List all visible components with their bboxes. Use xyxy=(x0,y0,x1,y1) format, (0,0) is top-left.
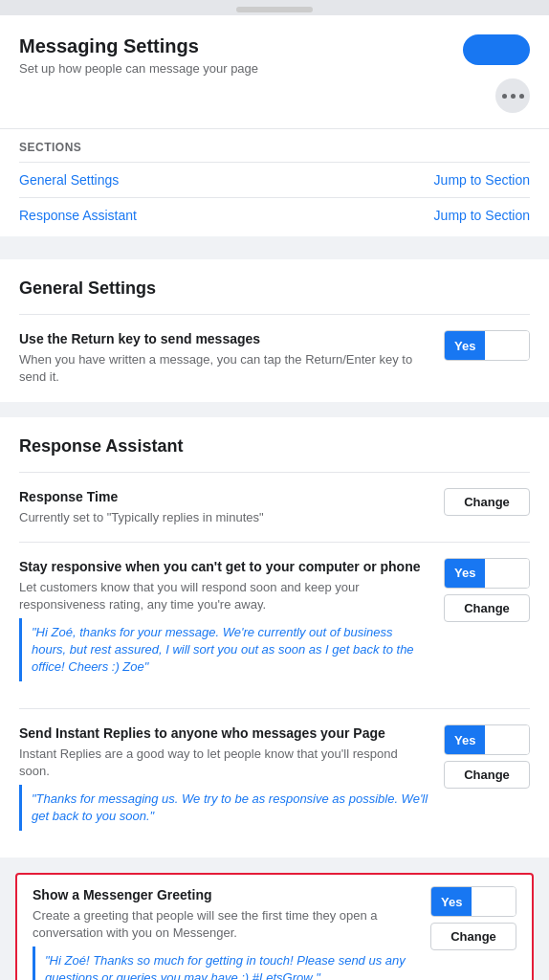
stay-responsive-quote-block: "Hi Zoé, thanks for your message. We're … xyxy=(19,618,428,682)
instant-replies-desc: Instant Replies are a good way to let pe… xyxy=(19,746,428,780)
instant-replies-text: Send Instant Replies to anyone who messa… xyxy=(19,724,444,842)
messenger-greeting-label: Show a Messenger Greeting xyxy=(33,886,415,903)
section-link-general[interactable]: General Settings Jump to Section xyxy=(19,162,530,197)
messenger-greeting-yes-label[interactable]: Yes xyxy=(431,887,472,916)
response-time-text: Response Time Currently set to "Typicall… xyxy=(19,488,444,526)
general-settings-group: General Settings Use the Return key to s… xyxy=(0,259,549,402)
instant-replies-no-area[interactable] xyxy=(485,725,529,754)
instant-replies-quote: "Thanks for messaging us. We try to be a… xyxy=(32,791,428,825)
page-container: Messaging Settings Set up how people can… xyxy=(0,0,549,980)
return-key-label: Use the Return key to send messages xyxy=(19,330,428,347)
yes-inactive-area[interactable] xyxy=(485,331,529,360)
dots-icon xyxy=(502,94,524,99)
general-settings-title: General Settings xyxy=(19,278,530,299)
page-subtitle: Set up how people can message your page xyxy=(19,61,258,76)
more-options-button[interactable] xyxy=(495,78,530,113)
response-assistant-link[interactable]: Response Assistant xyxy=(19,208,137,223)
messenger-greeting-text: Show a Messenger Greeting Create a greet… xyxy=(33,886,430,980)
response-time-row: Response Time Currently set to "Typicall… xyxy=(19,472,530,542)
response-assistant-group: Response Assistant Response Time Current… xyxy=(0,417,549,858)
header-text: Messaging Settings Set up how people can… xyxy=(19,34,258,76)
return-key-text: Use the Return key to send messages When… xyxy=(19,330,444,387)
stay-responsive-label: Stay responsive when you can't get to yo… xyxy=(19,558,428,575)
instant-replies-label: Send Instant Replies to anyone who messa… xyxy=(19,724,428,742)
yes-active-label[interactable]: Yes xyxy=(445,331,485,360)
stay-responsive-yes-label[interactable]: Yes xyxy=(445,559,485,588)
stay-responsive-no-area[interactable] xyxy=(485,559,529,588)
section-link-response[interactable]: Response Assistant Jump to Section xyxy=(19,197,530,233)
return-key-yes-toggle[interactable]: Yes xyxy=(444,330,530,361)
main-toggle-button[interactable] xyxy=(463,34,530,65)
general-settings-jump[interactable]: Jump to Section xyxy=(434,172,530,188)
return-key-setting-row: Use the Return key to send messages When… xyxy=(19,314,530,402)
response-time-desc: Currently set to "Typically replies in m… xyxy=(19,509,428,526)
messenger-greeting-actions: Yes Change xyxy=(430,886,516,950)
general-settings-link[interactable]: General Settings xyxy=(19,172,119,188)
spacer-1 xyxy=(0,244,549,252)
instant-replies-yes-label[interactable]: Yes xyxy=(445,725,485,754)
stay-responsive-yes-toggle[interactable]: Yes xyxy=(444,558,530,589)
return-key-actions: Yes xyxy=(444,330,530,361)
sections-title: Sections xyxy=(19,141,530,154)
messenger-greeting-quote: "Hi Zoé! Thanks so much for getting in t… xyxy=(45,952,415,980)
stay-responsive-actions: Yes Change xyxy=(444,558,530,622)
response-assistant-jump[interactable]: Jump to Section xyxy=(434,208,530,223)
page-title: Messaging Settings xyxy=(19,34,258,57)
header-right xyxy=(463,34,530,113)
spacer-4 xyxy=(0,410,549,417)
spacer-3 xyxy=(0,402,549,410)
header-section: Messaging Settings Set up how people can… xyxy=(0,15,549,129)
stay-responsive-text: Stay responsive when you can't get to yo… xyxy=(19,558,444,693)
response-assistant-title: Response Assistant xyxy=(19,436,530,457)
messenger-greeting-change-button[interactable]: Change xyxy=(430,923,516,950)
messenger-greeting-yes-toggle[interactable]: Yes xyxy=(430,886,516,917)
sections-container: Sections General Settings Jump to Sectio… xyxy=(0,129,549,244)
handle-bar xyxy=(236,7,313,12)
stay-responsive-change-button[interactable]: Change xyxy=(444,594,530,622)
response-time-change-button[interactable]: Change xyxy=(444,488,530,516)
stay-responsive-row: Stay responsive when you can't get to yo… xyxy=(19,542,530,708)
instant-replies-yes-toggle[interactable]: Yes xyxy=(444,724,530,755)
messenger-greeting-no-area[interactable] xyxy=(472,887,516,916)
messenger-greeting-row: Show a Messenger Greeting Create a greet… xyxy=(33,886,516,980)
instant-replies-actions: Yes Change xyxy=(444,724,530,789)
response-time-actions: Change xyxy=(444,488,530,516)
stay-responsive-desc: Let customers know that you will respond… xyxy=(19,579,428,613)
instant-replies-change-button[interactable]: Change xyxy=(444,761,530,789)
messenger-greeting-quote-block: "Hi Zoé! Thanks so much for getting in t… xyxy=(33,947,415,980)
spacer-2 xyxy=(0,252,549,259)
stay-responsive-quote: "Hi Zoé, thanks for your message. We're … xyxy=(32,624,428,677)
return-key-desc: When you have written a message, you can… xyxy=(19,351,428,386)
instant-replies-quote-block: "Thanks for messaging us. We try to be a… xyxy=(19,785,428,831)
top-strip xyxy=(0,0,549,15)
instant-replies-row: Send Instant Replies to anyone who messa… xyxy=(19,708,530,858)
messenger-greeting-section: Show a Messenger Greeting Create a greet… xyxy=(15,873,534,980)
messenger-greeting-desc: Create a greeting that people will see t… xyxy=(33,907,415,942)
response-time-label: Response Time xyxy=(19,488,428,505)
